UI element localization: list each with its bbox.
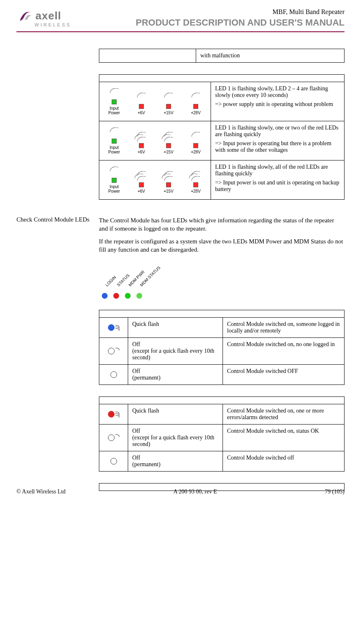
brand-name-top: axell: [35, 9, 61, 22]
psu-led-table: Input Power +6V +15V +28V LED 1 is flash…: [99, 74, 345, 200]
led-off-icon: [110, 458, 117, 465]
psu-row-ok: Input Power +6V +15V +28V LED 1 is flash…: [99, 82, 345, 121]
table-row: Quick flash Control Module switched on, …: [99, 404, 345, 425]
psu-row-backup: Input Power +6V +15V +28V LED 1 is flash…: [99, 160, 345, 200]
brand-logo: axell WIRELESS: [16, 8, 71, 27]
control-module-leds-icon: LOGIN STATUS MDM PWR MDM STATUS: [99, 264, 181, 301]
table-row: Off (permanent) Control Module switched …: [99, 365, 345, 385]
section-para-1: The Control Module has four LEDs which g…: [99, 216, 345, 233]
fragment-table: with malfunction: [99, 49, 345, 63]
section-heading: Check Control Module LEDs: [16, 216, 95, 223]
led-quickflash-icon: [108, 411, 115, 418]
table-row: Quick flash Control Module switched on, …: [99, 318, 345, 338]
led-quickflash-icon: [108, 324, 115, 331]
led-diagram-icon: Input Power +6V +15V +28V: [103, 85, 206, 118]
brand-name-bottom: WIRELESS: [35, 22, 71, 27]
svg-point-6: [125, 293, 131, 299]
led-off-blip-icon: [108, 348, 115, 354]
svg-point-5: [113, 293, 119, 299]
logo-swirl-icon: [16, 8, 33, 23]
manual-title: PRODUCT DESCRIPTION AND USER'S MANUAL: [71, 17, 345, 28]
login-led-table: Quick flash Control Module switched on, …: [99, 310, 345, 385]
led-diagram-icon: Input Power +6V +15V +28V: [103, 164, 206, 196]
psu-row-some-fault: Input Power +6V +15V +28V LED 1 is flash…: [99, 121, 345, 160]
footer-docref: A 200 93 00, rev E: [173, 488, 217, 495]
page-header: axell WIRELESS MBF, Multi Band Repeater …: [16, 8, 345, 28]
header-rule: [16, 31, 345, 32]
footer-pagenum: 79 (105): [325, 488, 345, 495]
table-row: Off (permanent) Control Module switched …: [99, 451, 345, 472]
led-off-blip-icon: [108, 434, 115, 441]
footer-copyright: © Axell Wireless Ltd: [16, 488, 66, 495]
page-footer: © Axell Wireless Ltd A 200 93 00, rev E …: [16, 488, 345, 495]
section-para-2: If the repeater is configured as a syste…: [99, 237, 345, 254]
fragment-cell: with malfunction: [196, 49, 345, 63]
svg-point-7: [136, 293, 142, 299]
table-row: Off (except for a quick flash every 10th…: [99, 338, 345, 365]
table-row: Off (except for a quick flash every 10th…: [99, 425, 345, 451]
led-off-icon: [110, 371, 117, 378]
svg-text:MDM STATUS: MDM STATUS: [139, 265, 162, 288]
svg-text:LOGIN: LOGIN: [105, 275, 117, 288]
product-name: MBF, Multi Band Repeater: [71, 8, 345, 16]
svg-point-4: [102, 293, 108, 299]
led-diagram-icon: Input Power +6V +15V +28V: [103, 125, 206, 157]
status-led-table: Quick flash Control Module switched on, …: [99, 396, 345, 472]
